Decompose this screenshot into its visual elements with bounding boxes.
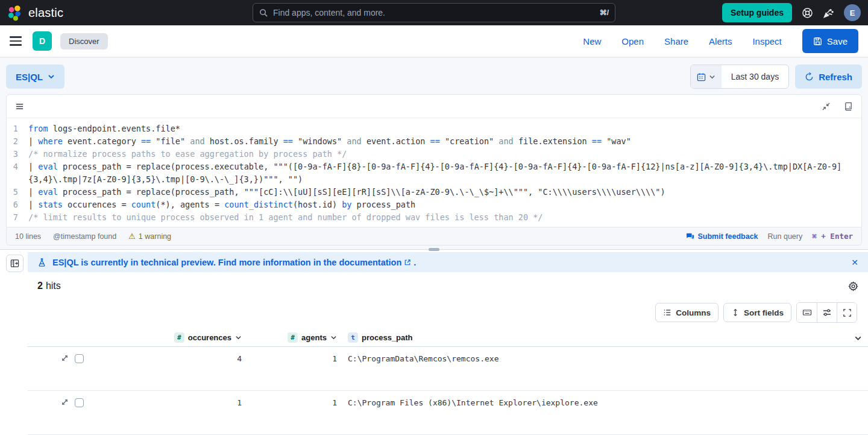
grid-display-controls: [796, 302, 857, 323]
user-avatar[interactable]: E: [844, 4, 861, 21]
esql-code-editor[interactable]: 1from logs-endpoint.events.file*2| where…: [7, 118, 861, 227]
gear-icon[interactable]: [848, 281, 858, 291]
timestamp-status: @timestamp found: [53, 232, 116, 241]
calendar-icon: [697, 72, 706, 81]
editor-footer: 10 lines @timestamp found ⚠ 1 warning Su…: [7, 227, 861, 245]
panel-divider: [0, 249, 868, 250]
menu-item-inspect[interactable]: Inspect: [752, 36, 781, 46]
expand-row-icon[interactable]: [61, 398, 69, 406]
warning-icon: ⚠: [128, 232, 136, 241]
help-icon[interactable]: [802, 7, 813, 19]
fullscreen-icon[interactable]: [837, 303, 857, 322]
warning-badge[interactable]: ⚠ 1 warning: [128, 232, 171, 241]
save-icon: [813, 37, 822, 46]
menu-item-new[interactable]: New: [583, 36, 601, 46]
chevron-down-icon[interactable]: [854, 334, 862, 345]
hits-count: 2: [37, 281, 43, 291]
shrink-editor-icon[interactable]: [822, 102, 831, 111]
date-picker: Last 30 days: [690, 65, 789, 89]
line-number: 6: [7, 198, 28, 211]
cell-occurences[interactable]: 4: [90, 353, 242, 390]
search-placeholder: Find apps, content, and more.: [273, 8, 595, 17]
chevron-down-icon: [235, 334, 242, 341]
brand-name: elastic: [28, 6, 63, 20]
esql-editor-panel: 1from logs-endpoint.events.file*2| where…: [6, 94, 862, 246]
search-shortcut-hint: ⌘/: [600, 8, 609, 17]
chevron-down-icon: [709, 74, 715, 80]
line-number: 5: [7, 186, 28, 198]
run-query-label: Run query: [768, 232, 803, 241]
table-header-row: # occurences # agents t process_path: [28, 329, 868, 347]
external-link-icon: [404, 259, 411, 266]
app-toolbar: D Discover New Open Share Alerts Inspect…: [0, 25, 868, 57]
code-line[interactable]: 5| eval process_path = replace(process_p…: [7, 186, 861, 198]
code-line[interactable]: 3/* normalize process paths to ease aggr…: [7, 148, 861, 160]
cell-agents[interactable]: 1: [242, 353, 337, 390]
global-header: elastic Find apps, content, and more. ⌘/…: [0, 0, 868, 25]
menu-icon[interactable]: [10, 36, 22, 46]
columns-button[interactable]: Columns: [655, 303, 719, 322]
close-icon[interactable]: ✕: [851, 258, 858, 267]
submit-feedback-link[interactable]: Submit feedback: [686, 232, 758, 241]
line-number: 2: [7, 135, 28, 148]
column-header-occurences[interactable]: # occurences: [90, 332, 242, 343]
chevron-down-icon: [330, 334, 337, 341]
query-section: ES|QL: [0, 57, 868, 249]
documentation-icon[interactable]: [844, 102, 853, 111]
date-quick-select-button[interactable]: [691, 65, 722, 88]
cell-agents[interactable]: 1: [242, 397, 337, 434]
code-line[interactable]: 2| where event.category == "file" and ho…: [7, 135, 861, 148]
refresh-button[interactable]: Refresh: [795, 65, 862, 89]
news-icon[interactable]: [823, 7, 834, 19]
column-header-agents[interactable]: # agents: [242, 332, 337, 343]
hits-summary: 2 hits: [28, 272, 868, 297]
banner-text: ES|QL is currently in technical preview.…: [52, 258, 336, 267]
resize-handle[interactable]: [429, 248, 439, 251]
breadcrumb-discover[interactable]: Discover: [60, 33, 108, 49]
line-number: 3: [7, 148, 28, 160]
menu-item-alerts[interactable]: Alerts: [709, 36, 732, 46]
row-checkbox[interactable]: [75, 398, 84, 407]
elastic-logo-icon: [7, 5, 24, 21]
results-section: ES|QL is currently in technical preview.…: [0, 250, 868, 435]
time-range-value[interactable]: Last 30 days: [722, 65, 788, 88]
cell-process-path[interactable]: C:\Program Files (x86)\Internet Explorer…: [337, 397, 868, 434]
column-header-process-path[interactable]: t process_path: [337, 332, 868, 343]
tech-preview-banner: ES|QL is currently in technical preview.…: [28, 252, 868, 272]
number-type-icon: #: [174, 332, 184, 343]
row-checkbox[interactable]: [75, 354, 84, 363]
string-type-icon: t: [348, 332, 358, 343]
save-button[interactable]: Save: [802, 29, 858, 53]
line-number: 1: [7, 122, 28, 135]
menu-item-open[interactable]: Open: [621, 36, 644, 46]
setup-guides-button[interactable]: Setup guides: [722, 3, 792, 22]
display-options-icon[interactable]: [817, 303, 837, 322]
expand-row-icon[interactable]: [61, 354, 69, 362]
documentation-link[interactable]: documentation: [339, 258, 401, 267]
keyboard-icon[interactable]: [797, 303, 817, 322]
refresh-icon: [805, 72, 814, 81]
global-search-input[interactable]: Find apps, content, and more. ⌘/: [253, 3, 615, 22]
table-toolbar: Columns Sort fields: [28, 297, 868, 329]
code-line[interactable]: 6| stats occurences = count(*), agents =…: [7, 198, 861, 211]
columns-icon: [663, 308, 671, 317]
editor-lines-icon[interactable]: [15, 102, 24, 111]
cell-occurences[interactable]: 1: [90, 397, 242, 434]
beaker-icon: [37, 258, 46, 267]
table-body: 41C:\ProgramData\Remcos\remcos.exe11C:\P…: [28, 347, 868, 435]
code-line[interactable]: 4| eval process_path = replace(process.e…: [7, 160, 861, 186]
cell-process-path[interactable]: C:\ProgramData\Remcos\remcos.exe: [337, 353, 868, 390]
menu-item-share[interactable]: Share: [664, 36, 688, 46]
open-sidebar-button[interactable]: [6, 255, 24, 272]
search-icon: [259, 8, 268, 17]
space-badge[interactable]: D: [33, 31, 52, 51]
code-line[interactable]: 1from logs-endpoint.events.file*: [7, 122, 861, 135]
table-row: 41C:\ProgramData\Remcos\remcos.exe: [28, 347, 868, 391]
elastic-logo[interactable]: elastic: [7, 5, 63, 21]
chevron-down-icon: [48, 73, 55, 80]
line-number: 7: [7, 211, 28, 224]
query-language-switcher[interactable]: ES|QL: [6, 65, 64, 89]
sort-fields-button[interactable]: Sort fields: [723, 303, 791, 322]
lines-count: 10 lines: [15, 232, 41, 241]
code-line[interactable]: 7/* limit results to unique process obse…: [7, 211, 861, 224]
